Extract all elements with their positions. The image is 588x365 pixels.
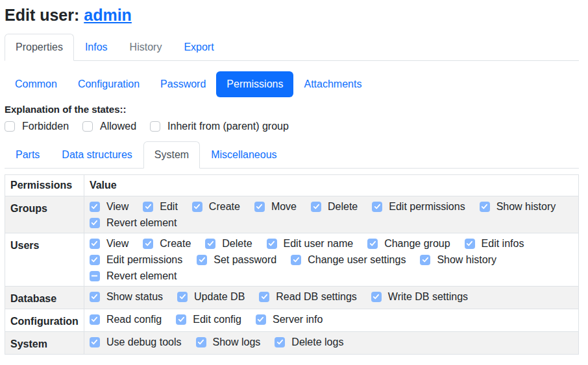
checkbox-checked-icon[interactable] [205,239,215,249]
legend-row: Forbidden Allowed Inherit from (parent) … [5,119,579,133]
permission-checkbox-item[interactable]: Change user settings [291,253,406,266]
checkbox-checked-icon[interactable] [465,239,475,249]
permission-checkbox-label: Use debug tools [106,335,182,349]
permission-checkbox-item[interactable]: Edit permissions [372,200,465,213]
section-pills: Common Configuration Password Permission… [5,71,579,97]
permission-checkbox-item[interactable]: Read config [90,312,162,326]
legend-item-inherit: Inherit from (parent) group [150,119,289,133]
tab-data-structures[interactable]: Data structures [51,141,143,169]
permission-checkbox-label: Edit permissions [389,200,465,213]
permission-checkbox-item[interactable]: Create [143,237,191,250]
checkbox-checked-icon[interactable] [196,337,206,347]
tab-miscellaneous[interactable]: Miscellaneous [200,141,288,169]
permission-checkbox-label: Edit permissions [106,253,182,266]
tab-export[interactable]: Export [173,34,225,61]
checkbox-checked-icon[interactable] [177,292,188,302]
permission-checkbox-item[interactable]: Move [254,200,297,213]
checkbox-checked-icon[interactable] [90,292,100,302]
permission-checkbox-item[interactable]: Revert element [90,216,177,230]
pill-configuration[interactable]: Configuration [67,71,150,97]
permission-checkbox-item[interactable]: Show history [420,253,496,266]
pill-common[interactable]: Common [5,71,67,97]
checkbox-checked-icon[interactable] [90,337,100,347]
permission-checkbox-item[interactable]: Delete [311,200,358,213]
checkbox-unchecked-icon[interactable] [5,121,15,132]
checkbox-checked-icon[interactable] [256,314,266,325]
permission-category-tabs: Parts Data structures System Miscellaneo… [5,141,579,169]
permission-checkbox-item[interactable]: Revert element [90,269,177,283]
permission-checkbox-label: Server info [273,312,323,326]
checkbox-indeterminate-icon[interactable] [90,271,100,281]
checkbox-checked-icon[interactable] [259,292,269,302]
column-header-value: Value [84,175,578,196]
permission-checkbox-item[interactable]: Use debug tools [90,335,182,349]
tab-properties[interactable]: Properties [5,34,74,61]
checkbox-checked-icon[interactable] [192,202,202,212]
permission-checkbox-label: Edit user name [284,237,354,250]
permission-checkbox-item[interactable]: Edit user name [267,237,354,250]
permission-checkbox-item[interactable]: Edit [143,200,178,213]
permission-checkbox-item[interactable]: View [90,237,129,250]
permission-checkbox-item[interactable]: Delete logs [275,335,343,349]
permission-checkbox-label: Change user settings [308,253,406,266]
checkbox-checked-icon[interactable] [90,255,100,265]
permission-checkbox-item[interactable]: Set password [197,253,276,266]
checkbox-checked-icon[interactable] [254,202,265,212]
table-header-row: Permissions Value [5,175,579,196]
checkbox-unchecked-icon[interactable] [150,121,160,132]
permission-checkbox-item[interactable]: Server info [256,312,323,326]
permission-checkbox-item[interactable]: Edit infos [465,237,524,250]
checkbox-checked-icon[interactable] [267,239,277,249]
legend-title: Explanation of the states:: [5,104,579,115]
permission-checkbox-label: Revert element [106,216,177,230]
permission-checkbox-item[interactable]: Show history [480,200,556,213]
legend-item-label: Allowed [100,119,136,133]
edited-user-link[interactable]: admin [84,6,132,24]
permission-checkbox-item[interactable]: Create [192,200,240,213]
permission-checkbox-label: Revert element [106,269,177,283]
checkbox-checked-icon[interactable] [90,239,100,249]
checkbox-checked-icon[interactable] [311,202,321,212]
legend-item-allowed: Allowed [82,119,136,133]
table-row: SystemUse debug toolsShow logsDelete log… [5,332,579,355]
legend-item-forbidden: Forbidden [5,119,69,133]
tab-infos[interactable]: Infos [74,34,119,61]
tab-parts[interactable]: Parts [5,141,51,169]
permission-checkbox-label: Delete [328,200,358,213]
tab-system[interactable]: System [143,141,200,169]
permission-checkbox-item[interactable]: View [90,200,129,213]
permission-checkbox-item[interactable]: Show logs [196,335,261,349]
permission-checkbox-label: Move [271,200,297,213]
permissions-table: Permissions Value GroupsViewEditCreateMo… [5,174,579,355]
checkbox-checked-icon[interactable] [367,239,378,249]
permission-category-label: Configuration [5,309,84,332]
checkbox-checked-icon[interactable] [372,202,382,212]
permission-checkbox-item[interactable]: Delete [205,237,252,250]
checkbox-checked-icon[interactable] [197,255,207,265]
checkbox-checked-icon[interactable] [420,255,430,265]
checkbox-checked-icon[interactable] [143,202,153,212]
permission-checkbox-item[interactable]: Update DB [177,290,245,303]
checkbox-checked-icon[interactable] [90,218,100,228]
permission-checkbox-item[interactable]: Edit permissions [90,253,182,266]
checkbox-checked-icon[interactable] [90,202,100,212]
checkbox-checked-icon[interactable] [291,255,301,265]
permission-checkbox-item[interactable]: Read DB settings [259,290,357,303]
pill-password[interactable]: Password [150,71,216,97]
permission-checkbox-item[interactable]: Change group [367,237,450,250]
pill-attachments[interactable]: Attachments [293,71,372,97]
checkbox-checked-icon[interactable] [480,202,490,212]
pill-permissions[interactable]: Permissions [216,71,293,97]
permission-checkbox-item[interactable]: Write DB settings [371,290,468,303]
permission-checkbox-item[interactable]: Show status [90,290,163,303]
page-title-prefix: Edit user: [5,6,79,24]
checkbox-checked-icon[interactable] [275,337,285,347]
checkbox-checked-icon[interactable] [176,314,186,325]
permission-checkbox-item[interactable]: Edit config [176,312,241,326]
permission-value-cell: ViewCreateDeleteEdit user nameChange gro… [84,233,578,287]
checkbox-checked-icon[interactable] [90,314,100,325]
checkbox-unchecked-icon[interactable] [82,121,93,132]
checkbox-checked-icon[interactable] [371,292,382,302]
checkbox-checked-icon[interactable] [143,239,153,249]
page-title: Edit user: admin [5,5,579,25]
